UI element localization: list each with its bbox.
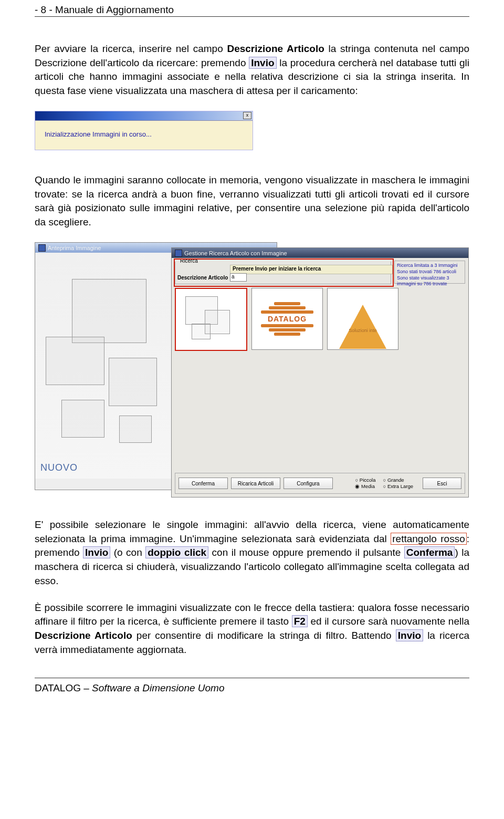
keycap-invio-1: Invio bbox=[249, 57, 276, 69]
footer-brand: DATALOG bbox=[35, 682, 81, 693]
footer-rule bbox=[35, 678, 469, 678]
keycap-conferma: Conferma bbox=[404, 546, 455, 558]
status-line-1: Ricerca limitata a 3 Immagini bbox=[397, 263, 464, 269]
p4-text-3: per consentire di modificare la stringa … bbox=[132, 630, 396, 641]
preview-shape bbox=[72, 279, 146, 343]
button-bar: Conferma Ricarica Articoli Configura Pic… bbox=[175, 473, 465, 494]
size-radios: Piccola Grande Media Extra Large bbox=[355, 477, 413, 490]
ricerca-group: Premere Invio per iniziare la ricerca De… bbox=[175, 262, 391, 284]
status-panel: Ricerca limitata a 3 Immagini Sono stati… bbox=[394, 261, 465, 284]
radio-piccola[interactable]: Piccola bbox=[355, 477, 375, 483]
redbox-rettangolo-rosso: rettangolo rosso bbox=[391, 533, 466, 545]
p1-bold-descrizione-articolo: Descrizione Articolo bbox=[227, 43, 324, 54]
preview-shape bbox=[119, 416, 152, 443]
descrizione-label: Descrizione Articolo bbox=[177, 275, 230, 281]
keycap-invio-3: Invio bbox=[396, 629, 423, 641]
paragraph-3: E' possibile selezionare le singole imma… bbox=[35, 518, 469, 588]
status-line-2: Sono stati trovati 786 articoli bbox=[397, 269, 464, 275]
search-window: Gestione Ricerca Articolo con Immagine P… bbox=[171, 247, 469, 497]
window-icon bbox=[38, 244, 46, 252]
footer-text: DATALOG – Software a Dimensione Uomo bbox=[35, 682, 469, 694]
screenshot-composite: Anteprima Immagine NUOVO Gestione Ricerc… bbox=[35, 242, 465, 498]
thumb-bar bbox=[261, 324, 313, 327]
descrizione-row: Descrizione Articolo a bbox=[177, 273, 388, 282]
preview-shape bbox=[109, 358, 157, 406]
preview-shape bbox=[61, 400, 104, 438]
preview-shape bbox=[46, 337, 104, 385]
footer-tagline: – Software a Dimensione Uomo bbox=[81, 682, 225, 693]
thumb3-caption: Soluzioni inte bbox=[349, 328, 377, 333]
thumb-bar bbox=[274, 333, 300, 336]
keycap-invio-2: Invio bbox=[83, 546, 110, 558]
paragraph-2: Quando le immagini saranno collocate in … bbox=[35, 173, 469, 229]
radio-extra-large[interactable]: Extra Large bbox=[383, 483, 413, 490]
keycap-doppio-click: doppio click bbox=[145, 546, 208, 558]
keycap-f2: F2 bbox=[292, 615, 308, 627]
thumb2-word: DATALOG bbox=[268, 315, 307, 323]
p1-text-1: Per avviare la ricerca, inserire nel cam… bbox=[35, 43, 227, 54]
page-footer: DATALOG – Software a Dimensione Uomo bbox=[35, 678, 469, 694]
thumb-bar bbox=[269, 328, 306, 331]
init-dialog: x Inizializzazione Immagini in corso... bbox=[35, 111, 253, 150]
search-window-titlebar: Gestione Ricerca Articolo con Immagine bbox=[172, 248, 468, 258]
preview-nuovo-label: NUOVO bbox=[40, 462, 78, 473]
header-rule bbox=[35, 16, 469, 17]
p4-text-2: ed il cursore sarà nuovamente nella bbox=[308, 616, 469, 627]
page-header: - 8 - Manuale di Aggiornamento bbox=[35, 4, 469, 16]
thumbnail-2[interactable]: DATALOG bbox=[251, 288, 323, 350]
thumbnail-1-selected[interactable] bbox=[175, 288, 247, 351]
ricarica-button[interactable]: Ricarica Articoli bbox=[231, 478, 280, 489]
radio-media[interactable]: Media bbox=[355, 483, 375, 490]
paragraph-1: Per avviare la ricerca, inserire nel cam… bbox=[35, 42, 469, 98]
p3-text-4: con il mouse oppure premendo il pulsante bbox=[208, 547, 404, 558]
init-dialog-titlebar: x bbox=[35, 111, 253, 121]
thumbnail-row: DATALOG Soluzioni inte bbox=[175, 288, 398, 351]
window-icon bbox=[175, 250, 182, 257]
thumbnail-3[interactable]: Soluzioni inte bbox=[327, 288, 398, 350]
descrizione-input[interactable]: a bbox=[230, 273, 247, 282]
thumb-shape bbox=[192, 324, 211, 339]
init-dialog-message: Inizializzazione Immagini in corso... bbox=[35, 121, 253, 150]
thumb-bar bbox=[261, 310, 313, 314]
paragraph-4: È possibile scorrere le immagini visuali… bbox=[35, 601, 469, 657]
conferma-button[interactable]: Conferma bbox=[178, 478, 228, 489]
configura-button[interactable]: Configura bbox=[284, 478, 333, 489]
close-icon[interactable]: x bbox=[243, 112, 251, 119]
thumb2-content: DATALOG bbox=[261, 302, 313, 336]
radio-grande[interactable]: Grande bbox=[383, 477, 413, 483]
thumb-bar bbox=[274, 302, 300, 305]
thumb-bar bbox=[269, 306, 306, 309]
status-line-3: Sono state visualizzate 3 immagini su 78… bbox=[397, 275, 464, 287]
preview-window-title: Anteprima Immagine bbox=[48, 245, 101, 251]
p3-text-3: (o con bbox=[110, 547, 145, 558]
search-window-title: Gestione Ricerca Articolo con Immagine bbox=[184, 250, 287, 256]
esci-button[interactable]: Esci bbox=[423, 478, 461, 489]
p4-bold-descrizione-articolo: Descrizione Articolo bbox=[35, 630, 132, 641]
triangle-icon bbox=[339, 305, 386, 349]
